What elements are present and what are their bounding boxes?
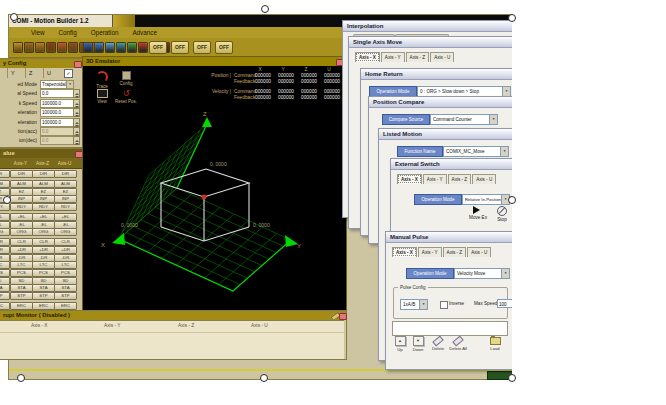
selection-handle-top-center[interactable] xyxy=(261,5,269,13)
chevron-down-icon[interactable]: ▼ xyxy=(500,147,508,156)
compare-source-button[interactable]: Compare Source xyxy=(382,114,430,125)
spinner-control[interactable] xyxy=(73,127,80,136)
io-button-stp[interactable]: STP xyxy=(54,292,77,300)
close-icon[interactable] xyxy=(74,61,82,68)
single-axis-tab-3[interactable]: Axis - Z xyxy=(406,52,430,62)
external-switch-tab-2[interactable]: Axis - Y xyxy=(423,174,447,184)
chevron-down-icon[interactable]: ▼ xyxy=(501,269,509,278)
emulator-title-bar[interactable]: 3D Emulator xyxy=(83,57,346,66)
dialog-title-bar[interactable]: Home Return xyxy=(361,69,512,80)
io-button-alm[interactable]: ALM xyxy=(0,180,10,188)
compare-source-select[interactable]: Command Counter ▼ xyxy=(430,114,498,125)
selection-handle-bottom-center[interactable] xyxy=(260,374,268,382)
dialog-title-bar[interactable]: Single Axis Move xyxy=(349,37,512,48)
io-button-rdy[interactable]: RDY xyxy=(54,203,77,211)
io-button-stp[interactable]: STP xyxy=(10,292,33,300)
delete-all-button[interactable]: Delete All xyxy=(449,336,467,351)
io-button-erc[interactable]: ERC xyxy=(10,302,33,310)
io-button-dir[interactable]: DIR xyxy=(10,170,33,178)
io-button-+dr[interactable]: +DR xyxy=(32,246,55,254)
io-button-pcs[interactable]: PCS xyxy=(10,269,33,277)
selection-handle-bottom-right[interactable] xyxy=(508,374,516,382)
load-button[interactable]: Load xyxy=(486,336,504,351)
function-name-select[interactable]: COMIX_MC_Move ▼ xyxy=(443,146,509,157)
external-switch-tab-4[interactable]: Axis - U xyxy=(472,174,496,184)
io-button-pcs[interactable]: PCS xyxy=(32,269,55,277)
tool-icon-13[interactable] xyxy=(127,42,137,53)
pulse-mode-select[interactable]: 1xA/B ▼ xyxy=(400,299,428,310)
io-button-alm[interactable]: ALM xyxy=(10,180,33,188)
config-row-value[interactable]: 0.0 xyxy=(40,89,74,98)
config-row-value[interactable]: 100000.0 xyxy=(40,99,74,108)
io-button-org[interactable]: ORG xyxy=(54,228,77,236)
chevron-down-icon[interactable]: ▼ xyxy=(502,87,510,96)
config-row-value[interactable]: 0.0 xyxy=(40,136,74,145)
chevron-down-icon[interactable]: ▼ xyxy=(419,300,427,309)
tool-icon-2[interactable] xyxy=(24,42,34,53)
spinner-control[interactable] xyxy=(73,118,80,127)
io-button-+el[interactable]: +EL xyxy=(54,213,77,221)
off-button-4[interactable]: OFF xyxy=(215,41,233,54)
io-button-clr[interactable]: CLR xyxy=(54,238,77,246)
config-row-value[interactable]: Trapezoidal▼ xyxy=(40,80,74,89)
io-button-erc[interactable]: ERC xyxy=(0,302,10,310)
config-panel-title-bar[interactable]: y Config xyxy=(0,59,83,68)
tool-icon-3[interactable] xyxy=(35,42,45,53)
io-button-+el[interactable]: +EL xyxy=(0,213,10,221)
tool-icon-4[interactable] xyxy=(46,42,56,53)
dialog-title-bar[interactable]: Listed Motion xyxy=(379,129,512,140)
manual-pulse-tab-4[interactable]: Axis - U xyxy=(467,247,491,257)
io-button-dir[interactable]: DIR xyxy=(32,170,55,178)
selection-handle-mid-left[interactable] xyxy=(3,196,11,204)
io-button-clr[interactable]: CLR xyxy=(32,238,55,246)
inverse-checkbox[interactable] xyxy=(440,301,448,309)
menu-view[interactable]: View xyxy=(31,29,45,36)
io-button-+el[interactable]: +EL xyxy=(32,213,55,221)
menu-operation[interactable]: Operation xyxy=(91,29,119,36)
operation-mode-select[interactable]: Velocity Move ▼ xyxy=(454,268,510,279)
io-button-rdy[interactable]: RDY xyxy=(10,203,33,211)
io-button-alm[interactable]: ALM xyxy=(32,180,55,188)
off-button-2[interactable]: OFF xyxy=(171,41,189,54)
io-button-dir[interactable]: DIR xyxy=(0,170,10,178)
config-row-value[interactable]: 100000.0 xyxy=(40,108,74,117)
selection-handle-bottom-left[interactable] xyxy=(17,374,25,382)
chevron-down-icon[interactable]: ▼ xyxy=(66,81,73,88)
spinner-control[interactable] xyxy=(73,108,80,117)
io-button-+dr[interactable]: +DR xyxy=(54,246,77,254)
io-button-clr[interactable]: CLR xyxy=(10,238,33,246)
io-button-stp[interactable]: STP xyxy=(32,292,55,300)
dialog-title-bar[interactable]: Manual Pulse xyxy=(386,232,512,243)
io-button-rdy[interactable]: RDY xyxy=(0,203,10,211)
operation-mode-button[interactable]: Operation Mode xyxy=(414,194,462,205)
io-button-alm[interactable]: ALM xyxy=(54,180,77,188)
down-button[interactable]: ▼Down xyxy=(409,336,427,352)
io-button-rdy[interactable]: RDY xyxy=(32,203,55,211)
delete-button[interactable]: Delete xyxy=(429,336,447,351)
single-axis-tab-1[interactable]: Axis - X xyxy=(355,52,380,62)
tool-icon-5[interactable] xyxy=(57,42,67,53)
io-button-stp[interactable]: STP xyxy=(0,292,10,300)
tool-icon-14[interactable] xyxy=(138,42,148,53)
io-button-+dr[interactable]: +DR xyxy=(10,246,33,254)
single-axis-tab-4[interactable]: Axis - U xyxy=(430,52,454,62)
tool-icon-10[interactable] xyxy=(94,42,104,53)
spinner-control[interactable] xyxy=(73,136,80,145)
select-all-checkbox[interactable]: ✓ xyxy=(64,69,73,78)
external-switch-tab-1[interactable]: Axis - X xyxy=(397,174,422,184)
single-axis-tab-2[interactable]: Axis - Y xyxy=(381,52,405,62)
tool-icon-9[interactable] xyxy=(83,42,93,53)
max-speed-field[interactable]: 100 xyxy=(497,299,512,308)
off-button-3[interactable]: OFF xyxy=(193,41,211,54)
io-button-dir[interactable]: DIR xyxy=(54,170,77,178)
selection-handle-top-left[interactable] xyxy=(10,13,18,21)
menu-advance[interactable]: Advance xyxy=(132,29,157,36)
menu-config[interactable]: Config xyxy=(59,29,77,36)
close-icon[interactable] xyxy=(339,313,347,320)
dialog-title-bar[interactable]: Interpolation xyxy=(343,21,512,32)
io-button-erc[interactable]: ERC xyxy=(32,302,55,310)
move-ex-button[interactable]: Move Ex xyxy=(465,206,491,220)
up-button[interactable]: ▲Up xyxy=(391,336,409,352)
manual-pulse-tab-1[interactable]: Axis - X xyxy=(392,247,417,257)
config-row-value[interactable]: 0.0 xyxy=(40,127,74,136)
